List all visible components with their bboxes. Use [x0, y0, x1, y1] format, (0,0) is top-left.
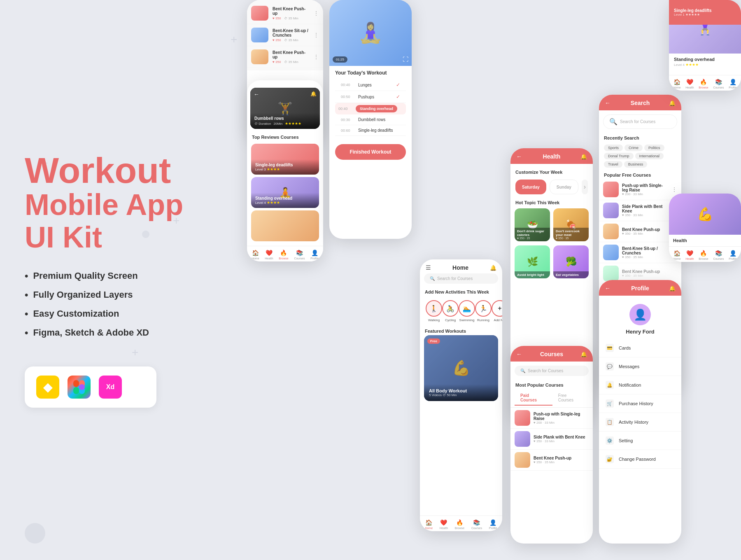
snav-health[interactable]: ❤️Health [685, 79, 694, 89]
workout-bell[interactable]: 🔔 [310, 91, 317, 97]
activity-walking[interactable]: 🚶 Walking [426, 300, 442, 322]
search-input-bar[interactable]: 🔍 Search for Courses [603, 114, 677, 129]
activity-running[interactable]: 🏃 Running [475, 300, 492, 322]
tag-travel[interactable]: Travel [604, 161, 622, 168]
card-item-1[interactable]: Bent Knee Push-up ♥ 350 ⏱ 35 Min ⋮ [247, 2, 323, 24]
card-item-2[interactable]: Bent-Knee Sit-up / Crunches ♥ 350 ⏱ 35 M… [247, 24, 323, 46]
course-card-standing[interactable]: 🧘 Standing overhead Level 4 ★★★★ [251, 177, 319, 208]
search-course-1[interactable]: Push-up with Single-leg Raise ♥ 200 · 33… [599, 179, 681, 200]
btn-next-day[interactable]: › [582, 180, 588, 194]
hrn-profile[interactable]: 👤Profile [729, 250, 737, 260]
hot-card-meat-title: Don't overcook your meat [556, 229, 586, 237]
menu-notification[interactable]: 🔔 Notification [599, 376, 681, 394]
nav-health-h[interactable]: ❤️Health [440, 519, 448, 530]
profile-back[interactable]: ← [605, 285, 611, 292]
activity-add[interactable]: + Add N... [492, 300, 502, 322]
card-item-3[interactable]: Bent Knee Push-up ♥ 350 ⏱ 35 Min ⋮ [247, 46, 323, 68]
menu-cards[interactable]: 💳 Cards [599, 339, 681, 357]
hero-title-line2: Mobile App UI Kit [25, 189, 214, 254]
menu-purchase-history[interactable]: 🛒 Purchase History [599, 394, 681, 413]
course-row-3[interactable]: Bent Knee Push-up ♥ 350 · 35 Min [510, 450, 593, 471]
search-pf-thumb-5 [603, 266, 619, 281]
hrn-browse[interactable]: 🔥Browse [699, 250, 708, 260]
avatar: 👤 [629, 304, 651, 325]
tab-free[interactable]: Free Courses [552, 391, 589, 406]
nav2-health[interactable]: ❤️Health [265, 250, 273, 260]
nav2-courses[interactable]: 📚Courses [294, 250, 305, 260]
snav-courses[interactable]: 📚Courses [713, 79, 724, 89]
hot-card-light[interactable]: 🌿 Avoid bright light [515, 245, 550, 278]
workout-fullscreen[interactable]: ⛶ [403, 56, 408, 63]
profile-header: ← Profile 🔔 [599, 280, 681, 296]
hot-card-veg[interactable]: 🥦 Eat vegetables [553, 245, 589, 278]
snav-browse[interactable]: 🔥Browse [699, 79, 708, 89]
home-search-bar[interactable]: 🔍 Search for Courses [424, 273, 498, 284]
course-card-deadlifts[interactable]: Single-leg deadlifts Level 3 ★★★★ [251, 144, 319, 175]
exercise-lunges: 00:40 Lunges ✓ [335, 79, 406, 91]
nav-profile-h[interactable]: 👤Profile [489, 519, 497, 530]
menu-setting[interactable]: ⚙️ Setting [599, 432, 681, 450]
tag-sports[interactable]: Sports [604, 145, 623, 151]
hrn-courses[interactable]: 📚Courses [713, 250, 724, 260]
workout-back[interactable]: ← [254, 91, 259, 98]
setting-icon: ⚙️ [606, 436, 614, 445]
home-menu-icon[interactable]: ☰ [426, 264, 431, 271]
exercise-standing[interactable]: 00:40 Standing overhead [335, 103, 406, 114]
search-back[interactable]: ← [605, 100, 611, 106]
search-bell[interactable]: 🔔 [669, 100, 676, 106]
btn-saturday[interactable]: Saturday [515, 180, 546, 194]
card-mins-1: ⏱ 35 Min [284, 16, 298, 20]
tag-politics[interactable]: Politics [644, 145, 664, 151]
tab-paid[interactable]: Paid Courses [515, 391, 552, 406]
health-bell[interactable]: 🔔 [580, 154, 587, 160]
nav-home-h[interactable]: 🏠Home [425, 519, 433, 530]
nav-courses-h[interactable]: 📚Courses [471, 519, 482, 530]
courses-search-bar[interactable]: 🔍 Search for Courses [515, 366, 589, 376]
course-level-standing: Level 4 ★★★★ [255, 201, 315, 205]
nav2-browse[interactable]: 🔥Browse [279, 250, 288, 260]
nav2-home[interactable]: 🏠Home [252, 250, 259, 260]
profile-bell[interactable]: 🔔 [669, 285, 676, 292]
tag-business[interactable]: Business [624, 161, 648, 168]
tag-crime[interactable]: Crime [624, 145, 643, 151]
hot-card-sugar[interactable]: 🥗 Don't drink sugar calories ♥ 350 · 35 [515, 208, 550, 241]
courses-back[interactable]: ← [516, 351, 522, 357]
menu-change-password[interactable]: 🔐 Change Password [599, 450, 681, 469]
deadlifts-top-card[interactable]: Single-leg deadlifts Level 1 ★★★★★ [669, 0, 741, 25]
menu-messages[interactable]: 💬 Messages [599, 357, 681, 376]
course-card-dumbbell[interactable] [251, 210, 319, 241]
notification-label: Notification [619, 383, 641, 387]
courses-search-placeholder: Search for Courses [528, 369, 563, 373]
change-password-label: Change Password [619, 457, 656, 462]
card-more-2[interactable]: ⋮ [313, 32, 319, 38]
featured-workout-card[interactable]: 💪 Free All Body Workout 5 Videos ⏱ 50 Mi… [424, 335, 498, 401]
card-more-3[interactable]: ⋮ [313, 54, 319, 60]
hrn-health[interactable]: ❤️Health [685, 250, 694, 260]
tag-trump[interactable]: Donal Trump [604, 153, 634, 159]
activity-swimming[interactable]: 🏊 Swimming [459, 300, 475, 322]
nav2-profile[interactable]: 👤Profile [310, 250, 319, 260]
nav-browse-h[interactable]: 🔥Browse [455, 519, 464, 530]
card-more-1[interactable]: ⋮ [313, 10, 319, 16]
snav-profile[interactable]: 👤Profile [729, 79, 737, 89]
exercise-deadlifts: 00:60 Single-leg deadlifts [335, 125, 406, 136]
home-bell[interactable]: 🔔 [490, 265, 496, 271]
course-row-2[interactable]: Side Plank with Bent Knee ♥ 350 · 33 Min [510, 429, 593, 450]
search-more-1[interactable]: ⋮ [671, 186, 677, 193]
hero-features: Premium Quality Screen Fully Organized L… [25, 270, 214, 346]
notification-icon: 🔔 [606, 381, 614, 389]
tag-intl[interactable]: International [635, 153, 664, 159]
activity-cycling[interactable]: 🚴 Cycling [442, 300, 459, 322]
card-title-3: Bent Knee Push-up [273, 50, 309, 59]
courses-tabs: Paid Courses Free Courses [510, 389, 593, 408]
hot-card-meat[interactable]: 🍖 Don't overcook your meat ♥ 350 · 35 [553, 208, 589, 241]
course-row-1[interactable]: Push-up with Single-leg Raise ♥ 200 · 33… [510, 408, 593, 429]
courses-bell[interactable]: 🔔 [580, 351, 587, 357]
search-input-icon: 🔍 [609, 118, 618, 126]
snav-home[interactable]: 🏠Home [673, 79, 681, 89]
btn-sunday[interactable]: Sunday [550, 180, 578, 194]
hrn-home[interactable]: 🏠Home [673, 250, 681, 260]
menu-activity-history[interactable]: 📋 Activity History [599, 413, 681, 432]
finished-workout-btn[interactable]: Finished Workout [335, 144, 406, 160]
health-back[interactable]: ← [516, 153, 522, 160]
